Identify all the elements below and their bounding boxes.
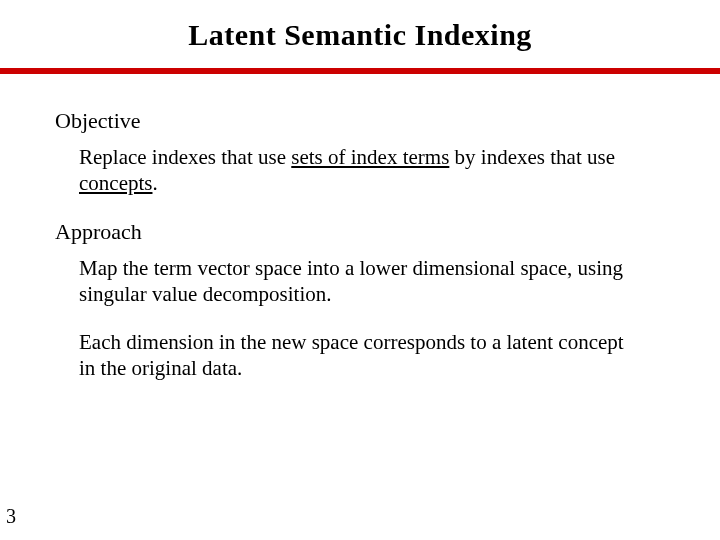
- objective-heading: Objective: [55, 108, 665, 134]
- slide: Latent Semantic Indexing Objective Repla…: [0, 0, 720, 540]
- approach-paragraph-1: Map the term vector space into a lower d…: [79, 255, 639, 308]
- slide-content: Objective Replace indexes that use sets …: [30, 74, 690, 382]
- objective-paragraph: Replace indexes that use sets of index t…: [79, 144, 639, 197]
- text-fragment: Replace indexes that use: [79, 145, 291, 169]
- underline-phrase: sets of index terms: [291, 145, 449, 169]
- page-number: 3: [6, 505, 16, 528]
- text-fragment: .: [152, 171, 157, 195]
- text-fragment: by indexes that use: [449, 145, 615, 169]
- approach-heading: Approach: [55, 219, 665, 245]
- underline-phrase: concepts: [79, 171, 152, 195]
- slide-title: Latent Semantic Indexing: [30, 18, 690, 52]
- approach-paragraph-2: Each dimension in the new space correspo…: [79, 329, 639, 382]
